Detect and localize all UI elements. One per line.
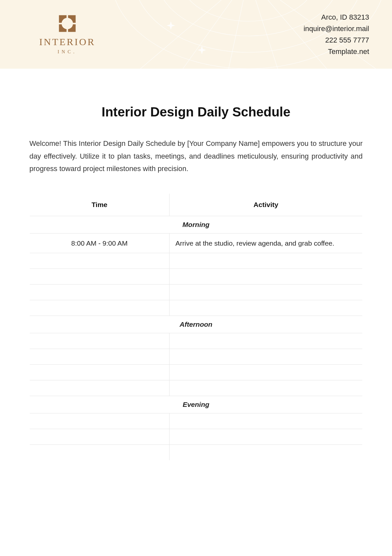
cell-activity bbox=[169, 285, 362, 300]
table-row bbox=[30, 300, 363, 316]
cell-time bbox=[30, 429, 170, 445]
table-row bbox=[30, 380, 363, 396]
svg-line-4 bbox=[140, 0, 248, 69]
cell-activity: Arrive at the studio, review agenda, and… bbox=[169, 233, 362, 253]
contact-site: Template.net bbox=[303, 46, 369, 57]
cell-activity bbox=[169, 349, 362, 365]
cell-activity bbox=[169, 253, 362, 269]
contact-address: Arco, ID 83213 bbox=[303, 11, 369, 23]
cell-activity bbox=[169, 269, 362, 285]
cell-activity bbox=[169, 429, 362, 445]
contact-block: Arco, ID 83213 inquire@interior.mail 222… bbox=[303, 11, 369, 58]
table-row bbox=[30, 333, 363, 349]
header-activity: Activity bbox=[169, 193, 362, 216]
document-body: Interior Design Daily Schedule Welcome! … bbox=[0, 69, 392, 474]
table-row bbox=[30, 253, 363, 269]
letterhead-header: INTERIOR INC. Arco, ID 83213 inquire@int… bbox=[0, 0, 392, 69]
cell-time bbox=[30, 380, 170, 396]
table-row bbox=[30, 269, 363, 285]
section-afternoon: Afternoon bbox=[30, 316, 363, 333]
table-row bbox=[30, 365, 363, 380]
svg-line-6 bbox=[229, 0, 248, 69]
cell-time bbox=[30, 365, 170, 380]
section-label: Morning bbox=[30, 216, 363, 233]
cell-time bbox=[30, 413, 170, 429]
section-morning: Morning bbox=[30, 216, 363, 233]
logo-icon bbox=[58, 14, 77, 33]
table-row bbox=[30, 429, 363, 445]
table-row bbox=[30, 413, 363, 429]
logo-subtext: INC. bbox=[57, 49, 77, 55]
table-row bbox=[30, 285, 363, 300]
table-row bbox=[30, 445, 363, 460]
page-title: Interior Design Daily Schedule bbox=[29, 105, 363, 119]
contact-email: inquire@interior.mail bbox=[303, 23, 369, 34]
schedule-table: Time Activity Morning 8:00 AM - 9:00 AM … bbox=[29, 193, 363, 461]
svg-point-14 bbox=[62, 18, 73, 29]
cell-time bbox=[30, 300, 170, 316]
contact-phone: 222 555 7777 bbox=[303, 34, 369, 46]
cell-time: 8:00 AM - 9:00 AM bbox=[30, 233, 170, 253]
cell-time bbox=[30, 253, 170, 269]
cell-activity bbox=[169, 445, 362, 460]
cell-activity bbox=[169, 300, 362, 316]
cell-time bbox=[30, 285, 170, 300]
company-logo: INTERIOR INC. bbox=[39, 14, 95, 55]
svg-point-3 bbox=[180, 0, 317, 21]
cell-activity bbox=[169, 365, 362, 380]
cell-activity bbox=[169, 333, 362, 349]
svg-line-7 bbox=[248, 0, 278, 69]
intro-paragraph: Welcome! This Interior Design Daily Sche… bbox=[29, 137, 363, 175]
section-label: Evening bbox=[30, 396, 363, 413]
section-evening: Evening bbox=[30, 396, 363, 413]
table-header-row: Time Activity bbox=[30, 193, 363, 216]
cell-time bbox=[30, 349, 170, 365]
header-time: Time bbox=[30, 193, 170, 216]
cell-activity bbox=[169, 380, 362, 396]
svg-line-5 bbox=[183, 0, 248, 69]
logo-wordmark: INTERIOR bbox=[39, 36, 95, 47]
cell-activity bbox=[169, 413, 362, 429]
table-row: 8:00 AM - 9:00 AM Arrive at the studio, … bbox=[30, 233, 363, 253]
table-row bbox=[30, 349, 363, 365]
cell-time bbox=[30, 445, 170, 460]
cell-time bbox=[30, 333, 170, 349]
cell-time bbox=[30, 269, 170, 285]
section-label: Afternoon bbox=[30, 316, 363, 333]
